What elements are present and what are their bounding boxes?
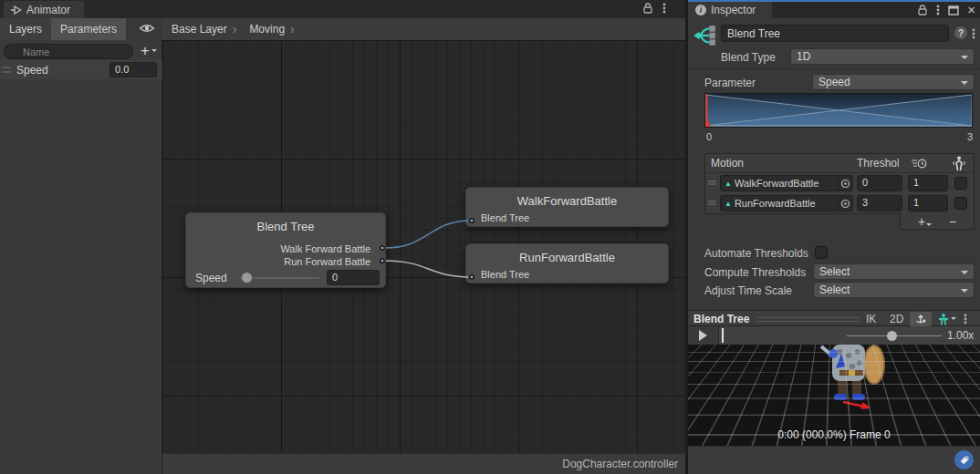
unity-editor-window: Animator Layers Parameters Base Layer [0, 0, 980, 474]
motion-object-field[interactable]: ▲ RunForwardBattle [720, 195, 853, 211]
blend-node-speed-label: Speed [195, 272, 227, 284]
tab-animator[interactable]: Animator [4, 1, 84, 18]
drag-handle-icon[interactable] [708, 201, 716, 205]
help-icon[interactable]: ? [954, 26, 967, 39]
object-picker-icon[interactable] [838, 176, 852, 191]
breadcrumb-moving[interactable]: Moving [240, 23, 290, 36]
blend-tree-icon [693, 24, 716, 50]
lock-icon[interactable] [642, 2, 653, 15]
blend-tree-output-run: Run Forward Battle [284, 256, 370, 267]
compute-thresholds-dropdown[interactable]: Select [813, 263, 975, 280]
threshold-field[interactable]: 3 [857, 195, 902, 211]
pivot-gizmo-button[interactable] [910, 312, 932, 326]
run-node-input-label: Blend Tree [481, 269, 529, 280]
preview-speed-label: 1.00x [947, 329, 974, 342]
preview-playback-bar: 1.00x [688, 326, 980, 345]
asset-label-button[interactable] [954, 450, 974, 469]
animator-window-controls [642, 2, 666, 15]
dropdown-arrow-icon [961, 271, 968, 274]
chevron-right-icon: › [233, 22, 241, 36]
blend-tree-output-walk: Walk Forward Battle [280, 243, 370, 254]
mirror-checkbox[interactable] [954, 177, 967, 190]
layers-parameters-bar: Layers Parameters [0, 18, 162, 40]
blend-node-speed-value[interactable]: 0 [327, 270, 380, 285]
ik-toggle-button[interactable]: IK [862, 312, 880, 326]
parameter-row-speed[interactable]: Speed 0.0 [0, 60, 162, 79]
slider-knob[interactable] [242, 273, 252, 283]
preview-viewport[interactable]: 0:00 (000.0%) Frame 0 [688, 345, 980, 446]
compute-thresholds-value: Select [819, 265, 850, 278]
timeline-scrubber[interactable] [722, 328, 724, 343]
animator-tabbar: Animator [0, 0, 685, 18]
dropdown-caret-icon [951, 317, 956, 320]
preview-title: Blend Tree [693, 313, 749, 325]
close-icon[interactable]: × [967, 4, 975, 16]
pivot-icon [914, 313, 927, 325]
blend-tree-header: ? Blend Type 1D [688, 18, 980, 69]
motion-list: Motion Threshold ▲ WalkFor [704, 153, 975, 214]
blend-node-speed-slider[interactable] [240, 277, 319, 279]
parameter-search-input[interactable] [4, 44, 133, 59]
add-parameter-button[interactable]: + [137, 42, 161, 60]
tab-layers[interactable]: Layers [0, 18, 51, 40]
adjust-time-scale-label: Adjust Time Scale [704, 284, 792, 297]
time-scale-icon [912, 157, 927, 170]
motion-row-run[interactable]: ▲ RunForwardBattle 3 1 [705, 193, 974, 213]
kebab-menu-icon[interactable] [662, 2, 666, 15]
animator-graph-canvas[interactable]: Blend Tree Walk Forward Battle Run Forwa… [162, 40, 685, 453]
maximize-icon[interactable] [948, 5, 959, 15]
speed-slider-knob[interactable] [887, 331, 897, 341]
breadcrumb-base-layer[interactable]: Base Layer [162, 23, 233, 36]
kebab-menu-icon[interactable] [972, 27, 975, 40]
kebab-menu-icon[interactable] [936, 4, 940, 16]
blend-weights-graph[interactable] [704, 93, 973, 128]
walk-node-title: WalkForwardBattle [466, 188, 668, 208]
time-scale-field[interactable]: 1 [908, 195, 948, 211]
inspector-tabbar: i Inspector × [688, 2, 980, 18]
visibility-toggle[interactable] [139, 22, 155, 37]
kebab-menu-icon[interactable] [964, 313, 967, 325]
2d-toggle-button[interactable]: 2D [886, 312, 907, 326]
adjust-time-scale-dropdown[interactable]: Select [813, 282, 975, 298]
motion-list-buttons: + − [900, 213, 975, 230]
automate-thresholds-label: Automate Thresholds [704, 247, 808, 260]
tag-icon [959, 455, 970, 466]
motion-row-walk[interactable]: ▲ WalkForwardBattle 0 1 [705, 173, 974, 193]
controller-path-bar: DogCharacter.controller [162, 453, 685, 474]
parameter-value-field[interactable]: 0.0 [109, 62, 157, 77]
add-motion-button[interactable]: + [918, 215, 932, 228]
automate-thresholds-checkbox[interactable] [815, 246, 828, 259]
dropdown-arrow-icon [961, 289, 968, 293]
layers-tab-label: Layers [9, 23, 42, 36]
controller-name: DogCharacter.controller [562, 458, 678, 470]
blend-tree-node[interactable]: Blend Tree Walk Forward Battle Run Forwa… [185, 212, 386, 288]
blend-tree-node-title: Blend Tree [186, 213, 385, 233]
play-button[interactable] [688, 326, 719, 345]
time-scale-field[interactable]: 1 [908, 175, 948, 191]
inspector-tab-label: Inspector [711, 4, 756, 16]
adjust-time-scale-value: Select [819, 283, 850, 296]
preview-drag-handle[interactable] [757, 317, 860, 322]
tab-parameters[interactable]: Parameters [51, 18, 126, 40]
lock-icon[interactable] [917, 4, 928, 16]
animation-clip-icon: ▲ [725, 200, 732, 208]
object-picker-icon[interactable] [838, 196, 852, 211]
info-icon: i [695, 5, 706, 15]
mirror-checkbox[interactable] [954, 197, 967, 210]
tab-inspector[interactable]: i Inspector [688, 2, 772, 18]
parameters-tab-label: Parameters [60, 23, 117, 36]
plus-icon: + [918, 215, 925, 228]
blend-type-dropdown[interactable]: 1D [790, 48, 975, 65]
avatar-preview-button[interactable] [934, 312, 960, 326]
remove-motion-button[interactable]: − [949, 215, 956, 228]
parameter-dropdown[interactable]: Speed [812, 74, 975, 90]
blend-node-speed-row: Speed 0 [195, 270, 380, 285]
avatar-icon [938, 313, 949, 326]
blend-tree-name-field[interactable] [721, 25, 949, 42]
motion-object-field[interactable]: ▲ WalkForwardBattle [720, 175, 853, 191]
drag-handle-icon[interactable] [2, 67, 11, 73]
threshold-field[interactable]: 0 [857, 175, 902, 191]
drag-handle-icon[interactable] [708, 180, 716, 185]
walk-forward-battle-node[interactable]: WalkForwardBattle Blend Tree [465, 187, 669, 227]
run-forward-battle-node[interactable]: RunForwardBattle Blend Tree [465, 243, 669, 283]
